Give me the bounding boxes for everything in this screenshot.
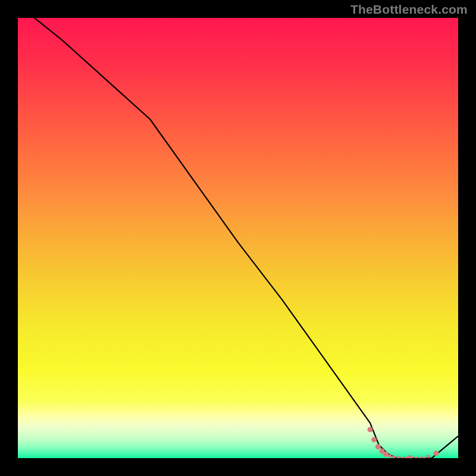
data-marker <box>427 455 430 458</box>
plot-area <box>18 18 458 458</box>
line-series <box>18 18 458 458</box>
data-marker <box>434 450 439 456</box>
data-marker <box>383 452 389 457</box>
data-marker <box>407 455 413 458</box>
data-marker <box>415 456 418 458</box>
data-marker <box>419 456 422 458</box>
data-marker <box>389 455 392 458</box>
watermark-label: TheBottleneck.com <box>350 2 468 17</box>
chart-frame: TheBottleneck.com <box>0 0 476 476</box>
data-marker <box>422 456 426 458</box>
data-marker <box>400 456 404 458</box>
data-marker <box>375 444 381 449</box>
data-marker <box>397 456 400 458</box>
data-marker <box>368 427 373 432</box>
data-marker <box>371 437 377 442</box>
